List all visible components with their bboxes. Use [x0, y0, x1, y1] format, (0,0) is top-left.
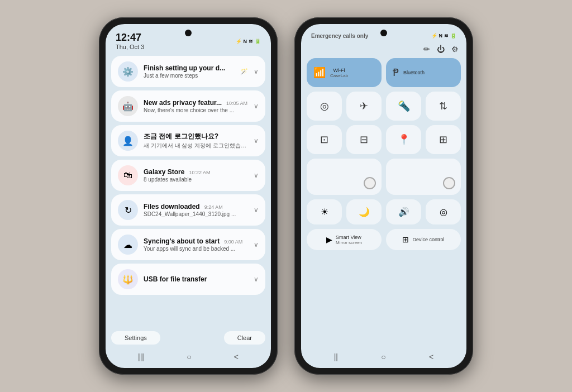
toggle-dot-left: [364, 177, 376, 189]
notif-setup-title: Finish setting up your d...: [144, 64, 235, 72]
bluetooth-qs-icon: Ᵽ: [393, 66, 399, 79]
notif-login[interactable]: 👤 조금 전에 로그인했나요? 새 기기에서 내 삼성 계정에 로그인했습니..…: [111, 125, 265, 156]
qs-toggle-row: [307, 159, 461, 195]
qs-location-tile[interactable]: 📍: [386, 125, 421, 154]
notif-sync-icon: ☁: [118, 235, 138, 255]
volume-icon: 🔊: [398, 207, 409, 217]
notif-ads-time: 10:05 AM: [226, 101, 247, 106]
notif-sync-time: 9:00 AM: [224, 239, 242, 245]
smart-view-label: Smart View: [336, 235, 362, 240]
notif-login-content: 조금 전에 로그인했나요? 새 기기에서 내 삼성 계정에 로그인했습니...: [144, 132, 248, 150]
wifi-label-group: Wi-Fi CaseLab: [330, 68, 348, 78]
device-control-label: Device control: [412, 237, 444, 242]
notif-files-subtitle: SDC24_Wallpaper_1440_3120.jpg ...: [144, 211, 248, 217]
edit-icon[interactable]: ✏: [423, 45, 430, 54]
notif-galaxy-time: 10:22 AM: [189, 170, 210, 175]
qs-dnd-tile[interactable]: 🌙: [346, 199, 382, 224]
left-phone: 12:47 Thu, Oct 3 ⚡ N ≋ 🔋 ⚙️ Finish setti…: [99, 17, 278, 375]
nfc-icon: ⊡: [320, 133, 328, 146]
qs-extra-row: ▶ Smart View Mirror screen ⊞ Device cont…: [307, 229, 461, 250]
notif-ads[interactable]: 🤖 New ads privacy featur... 10:05 AM Now…: [111, 90, 265, 122]
notif-files-time: 9:24 AM: [204, 204, 223, 210]
settings-icon[interactable]: ⚙: [451, 45, 459, 54]
notif-sync-title-row: Syncing's about to start 9:00 AM: [144, 237, 248, 245]
clear-button[interactable]: Clear: [224, 331, 265, 345]
date-left: Thu, Oct 3: [116, 44, 144, 50]
left-phone-screen: 12:47 Thu, Oct 3 ⚡ N ≋ 🔋 ⚙️ Finish setti…: [106, 24, 271, 368]
notif-usb[interactable]: 🔱 USB for file transfer ∨: [111, 264, 265, 295]
qs-wifi-tile[interactable]: 📶 Wi-Fi CaseLab: [307, 58, 382, 87]
extra-icon: ◎: [440, 207, 447, 217]
status-icons-left: ⚡ N ≋ 🔋: [236, 39, 261, 44]
qs-brightness-tile[interactable]: ☀: [307, 199, 342, 224]
qs-row-1: 📶 Wi-Fi CaseLab Ᵽ Bluetooth: [307, 58, 461, 87]
wifi-icon: ≋: [249, 39, 253, 44]
data-icon: ⇅: [439, 100, 447, 112]
qs-device-control-tile[interactable]: ⊞ Device control: [386, 229, 461, 250]
notif-ads-title: New ads privacy featur...: [144, 99, 222, 107]
dnd-icon: 🌙: [359, 207, 370, 217]
notification-list: ⚙️ Finish setting up your d... Just a fe…: [106, 52, 271, 329]
notif-login-icon: 👤: [118, 131, 138, 151]
notif-ads-icon: 🤖: [118, 96, 138, 116]
airplane-icon: ✈: [360, 100, 368, 112]
notif-sync-subtitle: Your apps will sync and be backed ...: [144, 246, 248, 252]
qs-volume-tile[interactable]: 🔊: [386, 199, 421, 224]
notif-files-icon: ↻: [118, 200, 138, 220]
notif-sync-chevron: ∨: [254, 241, 259, 248]
qs-data-tile[interactable]: ⇅: [426, 92, 461, 121]
qs-toggle-left[interactable]: [307, 159, 382, 195]
notif-sync[interactable]: ☁ Syncing's about to start 9:00 AM Your …: [111, 229, 265, 260]
notification-actions: Settings Clear: [106, 329, 271, 348]
qs-screenshot-tile[interactable]: ⊟: [346, 125, 382, 154]
recent-apps-btn-r[interactable]: ||: [334, 352, 338, 361]
qs-extra-tile[interactable]: ◎: [426, 199, 461, 224]
bt-label: Bluetooth: [403, 70, 425, 75]
notif-galaxy-chevron: ∨: [254, 171, 259, 179]
time-left: 12:47: [116, 32, 144, 44]
more-icon: ⊞: [439, 133, 447, 146]
notif-galaxy-store-content: Galaxy Store 10:22 AM 8 updates availabl…: [144, 168, 248, 183]
qs-bluetooth-tile[interactable]: Ᵽ Bluetooth: [386, 58, 461, 87]
location-icon: 📍: [398, 133, 410, 146]
notif-sync-content: Syncing's about to start 9:00 AM Your ap…: [144, 237, 248, 252]
qs-brightness-row: ☀ 🌙 🔊 ◎: [307, 199, 461, 224]
recent-apps-button[interactable]: |||: [138, 352, 144, 361]
notif-ads-title-row: New ads privacy featur... 10:05 AM: [144, 99, 248, 107]
quick-settings-panel: ✏ ⏻ ⚙ 📶 Wi-Fi CaseLab Ᵽ: [301, 41, 466, 348]
notif-galaxy-store[interactable]: 🛍 Galaxy Store 10:22 AM 8 updates availa…: [111, 160, 265, 191]
qs-smart-view-tile[interactable]: ▶ Smart View Mirror screen: [307, 229, 382, 250]
notif-setup[interactable]: ⚙️ Finish setting up your d... Just a fe…: [111, 56, 265, 87]
qs-focus-tile[interactable]: ◎: [307, 92, 342, 121]
smart-view-icon: ▶: [326, 235, 332, 244]
qs-airplane-tile[interactable]: ✈: [346, 92, 382, 121]
home-button[interactable]: ○: [187, 352, 191, 361]
notif-login-subtitle: 새 기기에서 내 삼성 계정에 로그인했습니...: [144, 142, 248, 150]
notif-setup-subtitle: Just a few more steps: [144, 73, 235, 79]
notif-login-title: 조금 전에 로그인했나요?: [144, 132, 248, 141]
qs-more-tile[interactable]: ⊞: [426, 125, 461, 154]
qs-nfc-tile[interactable]: ⊡: [307, 125, 342, 154]
qs-flashlight-tile[interactable]: 🔦: [386, 92, 421, 121]
notif-galaxy-title: Galaxy Store: [144, 168, 184, 176]
power-icon[interactable]: ⏻: [437, 45, 445, 54]
back-btn-r[interactable]: <: [429, 352, 433, 361]
right-phone-frame: Emergency calls only ⚡ N ≋ 🔋 ✏ ⏻ ⚙: [294, 17, 473, 375]
notif-setup-content: Finish setting up your d... Just a few m…: [144, 64, 235, 79]
qs-toggle-right[interactable]: [386, 159, 461, 195]
bluetooth-icon: ⚡: [236, 39, 242, 44]
emergency-text: Emergency calls only: [311, 32, 368, 39]
back-button[interactable]: <: [234, 352, 239, 361]
home-btn-r[interactable]: ○: [381, 352, 385, 361]
notif-setup-chevron: ∨: [254, 68, 259, 75]
notif-files[interactable]: ↻ Files downloaded 9:24 AM SDC24_Wallpap…: [111, 194, 265, 226]
wifi-icon-r: ≋: [444, 33, 449, 39]
screenshot-icon: ⊟: [360, 133, 368, 146]
signal-icon-r: N: [439, 33, 443, 39]
camera-notch-right: [380, 30, 387, 36]
nav-bar-right: || ○ <: [301, 348, 466, 368]
brightness-icon: ☀: [321, 207, 328, 217]
notif-files-content: Files downloaded 9:24 AM SDC24_Wallpaper…: [144, 203, 248, 217]
settings-button[interactable]: Settings: [111, 331, 160, 345]
smart-view-labels: Smart View Mirror screen: [336, 235, 362, 245]
